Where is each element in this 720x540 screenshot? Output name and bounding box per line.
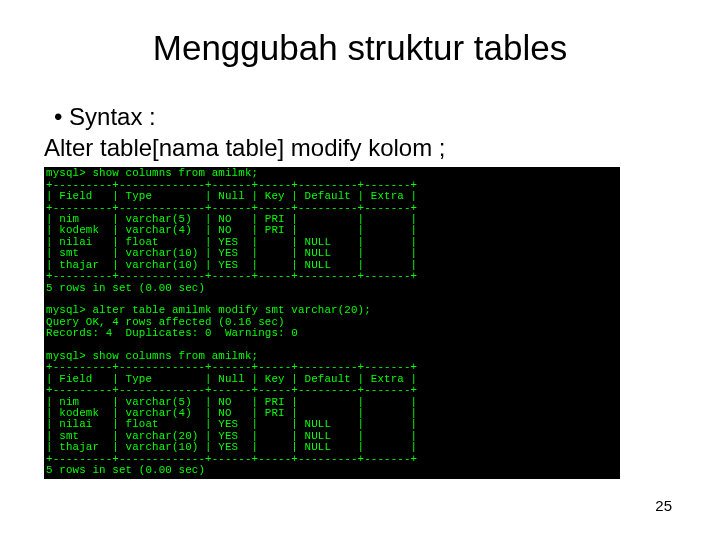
term-hline: +---------+-------------+------+-----+--… xyxy=(46,179,417,191)
term-row-1-2: | nilai | float | YES | | NULL | | xyxy=(46,236,417,248)
term-row-1-3: | smt | varchar(10) | YES | | NULL | | xyxy=(46,247,417,259)
page-number: 25 xyxy=(655,497,672,514)
bullet-syntax-text: Syntax : xyxy=(69,103,156,130)
term-footer-1: 5 rows in set (0.00 sec) xyxy=(46,282,205,294)
term-hline: +---------+-------------+------+-----+--… xyxy=(46,361,417,373)
term-prompt-2: mysql> show columns from amilmk; xyxy=(46,350,258,362)
term-footer-2: 5 rows in set (0.00 sec) xyxy=(46,464,205,476)
term-alter-out-1: Query OK, 4 rows affected (0.16 sec) xyxy=(46,316,285,328)
term-hline: +---------+-------------+------+-----+--… xyxy=(46,453,417,465)
term-header-1: | Field | Type | Null | Key | Default | … xyxy=(46,190,417,202)
term-row-2-2: | nilai | float | YES | | NULL | | xyxy=(46,418,417,430)
term-row-2-1: | kodemk | varchar(4) | NO | PRI | | | xyxy=(46,407,417,419)
slide-title: Menggubah struktur tables xyxy=(44,28,676,68)
term-prompt-1: mysql> show columns from amilmk; xyxy=(46,167,258,179)
term-row-1-0: | nim | varchar(5) | NO | PRI | | | xyxy=(46,213,417,225)
syntax-line: Alter table[nama table] modify kolom ; xyxy=(44,133,676,164)
term-hline: +---------+-------------+------+-----+--… xyxy=(46,270,417,282)
term-row-1-1: | kodemk | varchar(4) | NO | PRI | | | xyxy=(46,224,417,236)
term-row-2-0: | nim | varchar(5) | NO | PRI | | | xyxy=(46,396,417,408)
term-row-1-4: | thajar | varchar(10) | YES | | NULL | … xyxy=(46,259,417,271)
term-header-2: | Field | Type | Null | Key | Default | … xyxy=(46,373,417,385)
term-row-2-3: | smt | varchar(20) | YES | | NULL | | xyxy=(46,430,417,442)
term-alter-cmd: mysql> alter table amilmk modify smt var… xyxy=(46,304,371,316)
bullet-syntax: Syntax : xyxy=(54,102,676,133)
slide-body: Syntax : Alter table[nama table] modify … xyxy=(44,102,676,479)
slide: Menggubah struktur tables Syntax : Alter… xyxy=(0,0,720,540)
terminal-output: mysql> show columns from amilmk; +------… xyxy=(44,167,620,479)
term-hline: +---------+-------------+------+-----+--… xyxy=(46,202,417,214)
term-hline: +---------+-------------+------+-----+--… xyxy=(46,384,417,396)
term-alter-out-2: Records: 4 Duplicates: 0 Warnings: 0 xyxy=(46,327,298,339)
term-row-2-4: | thajar | varchar(10) | YES | | NULL | … xyxy=(46,441,417,453)
